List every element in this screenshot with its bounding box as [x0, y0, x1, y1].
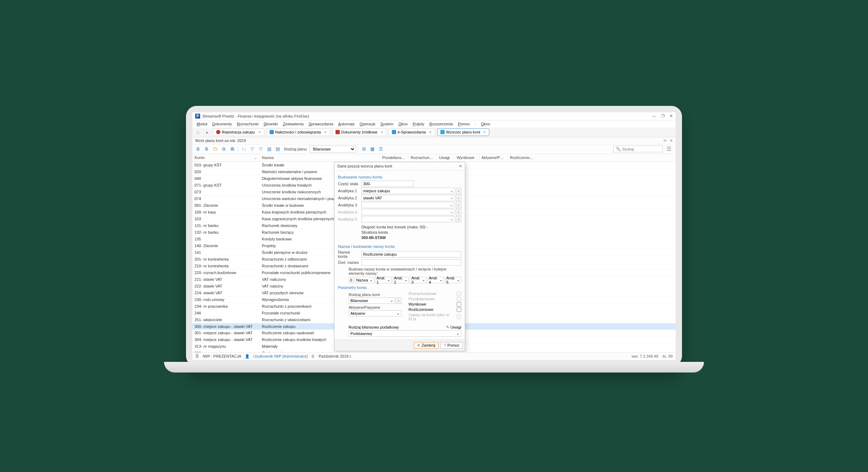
- hier-icon[interactable]: ☰: [377, 146, 384, 153]
- new-doc-icon[interactable]: 🗎: [195, 146, 202, 153]
- cell-konto: 300- miejsce zakupu - stawki VAT: [192, 324, 260, 329]
- chk-pln[interactable]: [457, 314, 461, 319]
- restore-icon[interactable]: ⟳: [664, 138, 667, 143]
- chk-rozrachunkowe[interactable]: [457, 291, 461, 296]
- print-icon[interactable]: 🖶: [229, 146, 236, 153]
- close-context-button[interactable]: ✕: [670, 138, 673, 143]
- calendar-icon: 🗓: [311, 354, 315, 358]
- period: Październik 2019 r.: [319, 354, 352, 358]
- dod-nazwa-input[interactable]: [361, 259, 461, 266]
- menu-item[interactable]: Zestawienia: [281, 121, 306, 127]
- analityka4-more[interactable]: ›: [456, 209, 461, 215]
- search-input[interactable]: [622, 147, 660, 151]
- tab-nav-icon[interactable]: ▸: [204, 129, 211, 136]
- column-header[interactable]: Rozrachunko...: [408, 154, 437, 161]
- elem4-select[interactable]: Anal. 3⌄: [410, 277, 426, 283]
- minimize-button[interactable]: —: [652, 114, 656, 118]
- tab[interactable]: Dokumenty źródłowe✕: [332, 129, 387, 136]
- chk-rozliczeniowe[interactable]: [457, 307, 461, 312]
- funnel-icon[interactable]: ▽: [249, 146, 256, 153]
- tab[interactable]: Należności i zobowiązania✕: [266, 129, 330, 136]
- analityka5-more[interactable]: ›: [456, 216, 461, 222]
- analityka3-more[interactable]: ›: [456, 202, 461, 208]
- column-header[interactable]: Pozabilans...: [380, 154, 408, 161]
- maximize-button[interactable]: ❐: [661, 114, 665, 118]
- menu-item[interactable]: Okno: [479, 121, 492, 127]
- help-button[interactable]: ?Pomoc: [441, 342, 463, 349]
- column-header[interactable]: Aktywne/Pas...: [479, 154, 508, 161]
- tab-close-icon[interactable]: ✕: [324, 130, 327, 135]
- cell-konto: 224- stawki VAT: [192, 290, 260, 296]
- search-box[interactable]: 🔍: [613, 146, 663, 152]
- menu-item[interactable]: Moduł: [195, 121, 209, 127]
- column-header[interactable]: Uwagi: [437, 154, 455, 161]
- aktywne-pasywne-select[interactable]: Aktywne⌄: [349, 310, 401, 317]
- cell-konto: 103: [192, 216, 260, 222]
- rodzaj-planu-select[interactable]: Bilansowe⌄: [349, 297, 395, 304]
- tab[interactable]: Wzorzec planu kont✕: [437, 129, 490, 136]
- folder-icon[interactable]: 🗀: [212, 146, 219, 153]
- plan-type-select[interactable]: Bilansowe: [310, 146, 356, 153]
- menu-item[interactable]: Sprawozdania: [306, 121, 336, 127]
- open-doc-icon[interactable]: 🗎: [203, 146, 210, 153]
- nazwa-konta-input[interactable]: [361, 251, 461, 257]
- filter-icon[interactable]: ▽: [257, 146, 264, 153]
- elem1-select[interactable]: Nazwa⌄: [355, 277, 374, 283]
- menu-item[interactable]: System: [378, 121, 396, 127]
- close-window-button[interactable]: ✕: [670, 114, 673, 118]
- columns-icon[interactable]: ▥: [266, 146, 273, 153]
- menu-item[interactable]: Automaty: [336, 121, 357, 127]
- tab-close-icon[interactable]: ✕: [380, 130, 383, 135]
- analityka2-more[interactable]: ›: [456, 195, 461, 201]
- menu-item[interactable]: Pulpity: [411, 121, 427, 127]
- chk-wynikowe[interactable]: [457, 302, 461, 307]
- home-icon[interactable]: ⌂: [195, 129, 202, 136]
- czesc-stala-input[interactable]: [361, 181, 414, 187]
- czesc-stala-label: Część stała: [338, 182, 360, 186]
- list-icon[interactable]: ▤: [274, 146, 281, 153]
- menu-item[interactable]: Operacje: [357, 121, 378, 127]
- analityka4-select[interactable]: ⌄: [361, 209, 454, 215]
- cell-konto: 210- nr kontrahenta: [192, 263, 260, 269]
- analityka5-select[interactable]: ⌄: [361, 216, 454, 222]
- tab[interactable]: Rejestracja zakupu✕: [213, 129, 264, 136]
- copy-icon[interactable]: ⧉: [220, 146, 227, 153]
- rbp-select[interactable]: Podstawowy⌄: [349, 330, 461, 337]
- column-header[interactable]: Konto ⌄: [192, 154, 260, 161]
- menu-item[interactable]: Słowniki: [261, 121, 280, 127]
- rodzaj-planu-more[interactable]: ›: [396, 297, 401, 304]
- analityka3-select[interactable]: ⌄: [361, 202, 454, 208]
- column-header[interactable]: Nazwa: [260, 154, 380, 161]
- tree-view-icon[interactable]: ⊞: [360, 146, 367, 153]
- cell-konto: 234- nr pracownika: [192, 303, 260, 309]
- column-header[interactable]: Wynikowe: [455, 154, 479, 161]
- tab-label: Wzorzec planu kont: [446, 130, 480, 134]
- menu-item[interactable]: Rozrachunki: [235, 121, 261, 127]
- cell-konto: 071- grupy KŚT: [192, 182, 260, 188]
- menu-item[interactable]: Dokumenty: [210, 121, 234, 127]
- close-button[interactable]: ✕Zamknij: [414, 342, 439, 349]
- elem5-select[interactable]: Anal. 4⌄: [428, 277, 444, 283]
- tab[interactable]: e-Sprawozdania✕: [389, 129, 435, 136]
- analityka1-more[interactable]: ›: [456, 188, 461, 194]
- chk-pozabilansowe[interactable]: [457, 297, 461, 301]
- column-header[interactable]: Rozliczenio...: [508, 154, 536, 161]
- analityka2-select[interactable]: stawki VAT⌄: [361, 195, 454, 201]
- cell-konto: 304- miejsce zakupu - stawki VAT: [192, 337, 260, 342]
- elem6-select[interactable]: Anal. 5⌄: [445, 277, 461, 283]
- menu-item[interactable]: Rozszerzenia: [427, 121, 455, 127]
- elem3-select[interactable]: Anal. 2⌄: [393, 277, 409, 283]
- tab-close-icon[interactable]: ✕: [483, 130, 486, 135]
- indent-select[interactable]: 0: [349, 277, 354, 283]
- title-bar: P Streamsoft Prestiż - Finanse i księgow…: [192, 112, 676, 120]
- menu-item[interactable]: Okno: [396, 121, 410, 127]
- grid-view-icon[interactable]: ▦: [369, 146, 376, 153]
- dialog-close-button[interactable]: ✕: [459, 164, 462, 169]
- sort-icon[interactable]: ↑↓: [240, 146, 247, 153]
- menu-icon[interactable]: ☰: [664, 146, 673, 152]
- analityka1-select[interactable]: miejsce zakupu⌄: [361, 188, 454, 194]
- tab-close-icon[interactable]: ✕: [258, 130, 261, 135]
- menu-item[interactable]: Pomoc: [456, 121, 472, 127]
- elem2-select[interactable]: Anal. 1⌄: [375, 277, 391, 283]
- tab-close-icon[interactable]: ✕: [429, 130, 432, 135]
